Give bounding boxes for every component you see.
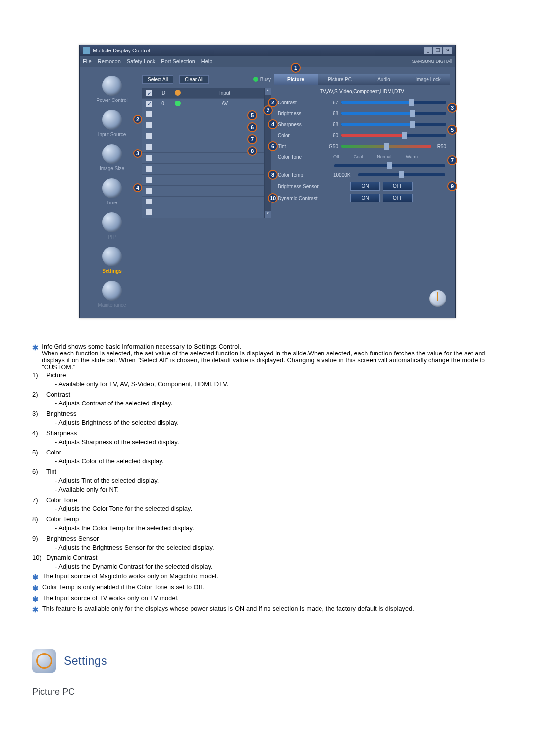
section-header: Settings xyxy=(32,649,503,673)
row-checkbox[interactable] xyxy=(146,177,152,183)
close-button[interactable]: ✕ xyxy=(443,47,452,54)
status-icon xyxy=(175,90,181,96)
window-controls: _ ❐ ✕ xyxy=(424,47,452,54)
select-all-button[interactable]: Select All xyxy=(142,75,173,84)
callout-4-row: 4 xyxy=(268,119,278,129)
list-row[interactable] xyxy=(142,197,264,207)
tab-picture[interactable]: Picture 1 xyxy=(274,74,318,85)
slider-thumb-icon[interactable] xyxy=(409,99,414,106)
sharpness-slider[interactable] xyxy=(341,123,446,126)
menu-port-selection[interactable]: Port Selection xyxy=(161,58,195,64)
rotate-icon[interactable] xyxy=(429,290,446,307)
color-temp-slider[interactable] xyxy=(358,173,445,176)
explain-line: - Adjusts Tint of the selected display. xyxy=(46,476,503,485)
explain-line: - Adjusts Sharpness of the selected disp… xyxy=(46,438,503,447)
dynamic-contrast-on-button[interactable]: ON xyxy=(350,194,380,202)
slider-thumb-icon[interactable] xyxy=(387,162,392,169)
row-checkbox[interactable] xyxy=(146,101,152,107)
nav-time[interactable]: Time 4 xyxy=(85,176,139,210)
menu-file[interactable]: File xyxy=(83,58,92,64)
row-checkbox[interactable] xyxy=(146,188,152,194)
minimize-button[interactable]: _ xyxy=(424,47,432,54)
slider-thumb-icon[interactable] xyxy=(402,132,407,139)
list-row[interactable] xyxy=(142,164,264,175)
nav-image-size[interactable]: Image Size 3 xyxy=(85,142,139,176)
row-checkbox[interactable] xyxy=(146,133,152,139)
side-nav: Power Control Input Source 2 Image Size … xyxy=(85,74,139,313)
slider-thumb-icon[interactable] xyxy=(384,143,389,150)
row-checkbox[interactable] xyxy=(146,199,152,204)
list-row[interactable]: 0AV xyxy=(142,99,264,109)
slider-thumb-icon[interactable] xyxy=(410,121,415,128)
list-row[interactable] xyxy=(142,186,264,197)
menu-remocon[interactable]: Remocon xyxy=(98,58,121,64)
explain-index: 10) xyxy=(32,554,43,571)
list-row[interactable] xyxy=(142,207,264,218)
color-tone-slider[interactable] xyxy=(334,164,445,167)
explain-title: Picture xyxy=(46,371,503,380)
brand-label: SAMSUNG DIGITAll xyxy=(412,59,452,64)
list-row[interactable] xyxy=(142,175,264,186)
maximize-button[interactable]: ❐ xyxy=(433,47,442,54)
footnote-text: This feature is available only for the d… xyxy=(42,605,414,614)
header-checkbox-icon[interactable] xyxy=(146,90,152,96)
tint-slider[interactable] xyxy=(341,145,431,148)
contrast-slider[interactable] xyxy=(341,101,446,104)
settings-icon xyxy=(102,247,122,266)
nav-label: Time xyxy=(85,200,139,205)
tint-left-value: G50 xyxy=(321,144,338,149)
color-slider[interactable] xyxy=(341,134,446,137)
busy-icon xyxy=(253,77,258,82)
brightness-sensor-on-button[interactable]: ON xyxy=(350,182,380,191)
scroll-down-icon[interactable]: ▼ xyxy=(265,211,271,218)
footnote-text: Color Temp is only enabled if the Color … xyxy=(42,584,204,593)
nav-maintenance[interactable]: Maintenance xyxy=(85,279,139,313)
explain-item: 6)Tint- Adjusts Tint of the selected dis… xyxy=(32,467,503,494)
list-row[interactable] xyxy=(142,131,264,142)
explain-line: - Adjusts the Dynamic Contrast for the s… xyxy=(46,562,503,571)
dynamic-contrast-off-button[interactable]: OFF xyxy=(383,194,413,202)
display-list: ID Input 0AV xyxy=(142,88,264,218)
slider-thumb-icon[interactable] xyxy=(399,171,404,178)
list-row[interactable] xyxy=(142,120,264,131)
brightness-sensor-off-button[interactable]: OFF xyxy=(383,182,413,191)
footnote: ✱This feature is available only for the … xyxy=(32,605,503,614)
row-contrast: 2 Contrast 67 3 xyxy=(274,97,450,108)
color-value: 60 xyxy=(321,133,338,138)
clear-all-button[interactable]: Clear All xyxy=(179,75,209,84)
menu-help[interactable]: Help xyxy=(201,58,213,64)
row-checkbox[interactable] xyxy=(146,155,152,161)
list-row[interactable] xyxy=(142,142,264,153)
maintenance-icon xyxy=(102,281,122,301)
row-checkbox[interactable] xyxy=(146,122,152,128)
row-checkbox[interactable] xyxy=(146,209,152,215)
nav-pip[interactable]: PIP xyxy=(85,210,139,245)
nav-settings[interactable]: Settings xyxy=(85,245,139,279)
explain-title: Color Tone xyxy=(46,496,503,504)
list-row[interactable] xyxy=(142,153,264,164)
row-checkbox[interactable] xyxy=(146,166,152,172)
row-checkbox[interactable] xyxy=(146,111,152,117)
slider-thumb-icon[interactable] xyxy=(410,110,415,117)
brightness-value: 68 xyxy=(321,111,338,116)
explain-title: Tint xyxy=(46,467,503,476)
subsection-title: Picture PC xyxy=(32,687,503,697)
col-input: Input xyxy=(186,90,264,96)
tab-picture-pc[interactable]: Picture PC xyxy=(318,74,362,85)
row-checkbox[interactable] xyxy=(146,144,152,150)
menu-safety-lock[interactable]: Safety Lock xyxy=(127,58,155,64)
color-label: Color xyxy=(278,133,321,138)
star-icon: ✱ xyxy=(32,595,39,604)
explain-title: Contrast xyxy=(46,390,503,399)
list-row[interactable] xyxy=(142,109,264,120)
callout-7-mid: 7 xyxy=(247,134,257,144)
nav-power-control[interactable]: Power Control xyxy=(85,74,139,108)
nav-input-source[interactable]: Input Source 2 xyxy=(85,108,139,142)
brightness-slider[interactable] xyxy=(341,112,446,115)
status-icon xyxy=(175,101,181,106)
scroll-up-icon[interactable]: ▲ xyxy=(265,88,271,95)
explain-index: 6) xyxy=(32,467,43,494)
tab-image-lock[interactable]: Image Lock xyxy=(406,74,450,85)
row-tint: 6 Tint G50 R50 xyxy=(274,141,450,151)
tab-audio[interactable]: Audio xyxy=(362,74,406,85)
